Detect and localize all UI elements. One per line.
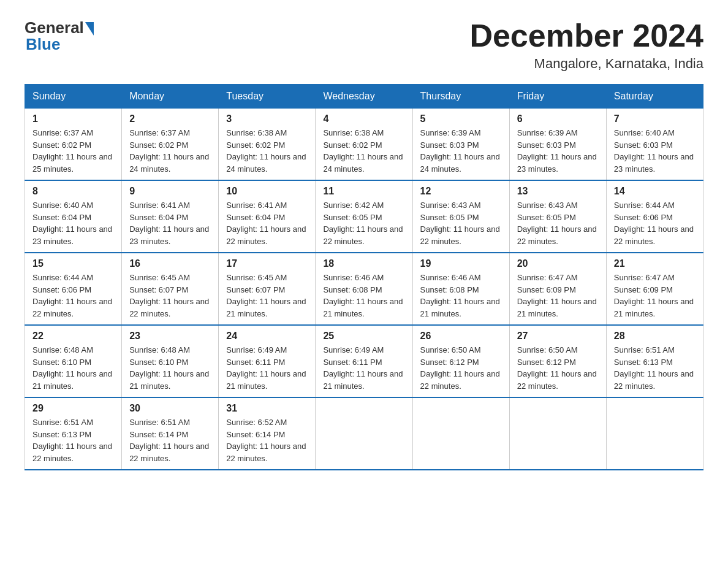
day-number: 20 <box>517 258 599 269</box>
table-row: 21 Sunrise: 6:47 AM Sunset: 6:09 PM Dayl… <box>606 253 703 325</box>
day-number: 1 <box>32 113 114 124</box>
day-info: Sunrise: 6:47 AM Sunset: 6:09 PM Dayligh… <box>517 272 599 320</box>
table-row: 12 Sunrise: 6:43 AM Sunset: 6:05 PM Dayl… <box>412 180 509 253</box>
day-info: Sunrise: 6:38 AM Sunset: 6:02 PM Dayligh… <box>226 127 308 175</box>
day-number: 19 <box>420 258 502 269</box>
day-info: Sunrise: 6:39 AM Sunset: 6:03 PM Dayligh… <box>420 127 502 175</box>
day-number: 29 <box>32 403 114 414</box>
day-number: 15 <box>32 258 114 269</box>
day-number: 2 <box>129 113 211 124</box>
calendar-header-row: Sunday Monday Tuesday Wednesday Thursday… <box>25 85 703 109</box>
day-info: Sunrise: 6:40 AM Sunset: 6:03 PM Dayligh… <box>614 127 696 175</box>
day-info: Sunrise: 6:45 AM Sunset: 6:07 PM Dayligh… <box>226 272 308 320</box>
day-info: Sunrise: 6:48 AM Sunset: 6:10 PM Dayligh… <box>32 344 114 392</box>
day-number: 5 <box>420 113 502 124</box>
table-row: 15 Sunrise: 6:44 AM Sunset: 6:06 PM Dayl… <box>25 253 122 325</box>
col-friday: Friday <box>509 85 606 109</box>
day-number: 16 <box>129 258 211 269</box>
col-thursday: Thursday <box>412 85 509 109</box>
page-header: General Blue December 2024 Mangalore, Ka… <box>25 18 703 72</box>
day-info: Sunrise: 6:48 AM Sunset: 6:10 PM Dayligh… <box>129 344 211 392</box>
day-info: Sunrise: 6:40 AM Sunset: 6:04 PM Dayligh… <box>32 199 114 247</box>
table-row: 7 Sunrise: 6:40 AM Sunset: 6:03 PM Dayli… <box>606 109 703 181</box>
table-row: 27 Sunrise: 6:50 AM Sunset: 6:12 PM Dayl… <box>509 325 606 397</box>
day-info: Sunrise: 6:44 AM Sunset: 6:06 PM Dayligh… <box>32 272 114 320</box>
day-info: Sunrise: 6:46 AM Sunset: 6:08 PM Dayligh… <box>420 272 502 320</box>
table-row <box>509 397 606 470</box>
table-row: 10 Sunrise: 6:41 AM Sunset: 6:04 PM Dayl… <box>219 180 316 253</box>
day-number: 7 <box>614 113 696 124</box>
table-row: 3 Sunrise: 6:38 AM Sunset: 6:02 PM Dayli… <box>219 109 316 181</box>
day-number: 14 <box>614 186 696 197</box>
day-info: Sunrise: 6:51 AM Sunset: 6:13 PM Dayligh… <box>614 344 696 392</box>
day-info: Sunrise: 6:49 AM Sunset: 6:11 PM Dayligh… <box>323 344 404 392</box>
col-tuesday: Tuesday <box>219 85 316 109</box>
col-saturday: Saturday <box>606 85 703 109</box>
table-row: 9 Sunrise: 6:41 AM Sunset: 6:04 PM Dayli… <box>122 180 219 253</box>
calendar-week-row: 22 Sunrise: 6:48 AM Sunset: 6:10 PM Dayl… <box>25 325 703 397</box>
table-row: 28 Sunrise: 6:51 AM Sunset: 6:13 PM Dayl… <box>606 325 703 397</box>
day-info: Sunrise: 6:39 AM Sunset: 6:03 PM Dayligh… <box>517 127 599 175</box>
day-number: 23 <box>129 331 211 342</box>
day-number: 12 <box>420 186 502 197</box>
day-info: Sunrise: 6:45 AM Sunset: 6:07 PM Dayligh… <box>129 272 211 320</box>
day-info: Sunrise: 6:42 AM Sunset: 6:05 PM Dayligh… <box>323 199 404 247</box>
day-info: Sunrise: 6:41 AM Sunset: 6:04 PM Dayligh… <box>226 199 308 247</box>
day-info: Sunrise: 6:51 AM Sunset: 6:14 PM Dayligh… <box>129 416 211 464</box>
table-row: 2 Sunrise: 6:37 AM Sunset: 6:02 PM Dayli… <box>122 109 219 181</box>
calendar-table: Sunday Monday Tuesday Wednesday Thursday… <box>25 84 703 470</box>
table-row <box>606 397 703 470</box>
day-number: 24 <box>226 331 308 342</box>
day-number: 30 <box>129 403 211 414</box>
day-info: Sunrise: 6:43 AM Sunset: 6:05 PM Dayligh… <box>420 199 502 247</box>
logo-blue-text: Blue <box>26 35 60 54</box>
day-number: 26 <box>420 331 502 342</box>
day-number: 4 <box>323 113 404 124</box>
day-number: 10 <box>226 186 308 197</box>
col-monday: Monday <box>122 85 219 109</box>
day-number: 9 <box>129 186 211 197</box>
day-info: Sunrise: 6:37 AM Sunset: 6:02 PM Dayligh… <box>32 127 114 175</box>
table-row: 11 Sunrise: 6:42 AM Sunset: 6:05 PM Dayl… <box>316 180 412 253</box>
day-info: Sunrise: 6:38 AM Sunset: 6:02 PM Dayligh… <box>323 127 404 175</box>
table-row: 17 Sunrise: 6:45 AM Sunset: 6:07 PM Dayl… <box>219 253 316 325</box>
table-row: 30 Sunrise: 6:51 AM Sunset: 6:14 PM Dayl… <box>122 397 219 470</box>
day-number: 3 <box>226 113 308 124</box>
day-number: 22 <box>32 331 114 342</box>
table-row: 8 Sunrise: 6:40 AM Sunset: 6:04 PM Dayli… <box>25 180 122 253</box>
table-row <box>316 397 412 470</box>
calendar-week-row: 8 Sunrise: 6:40 AM Sunset: 6:04 PM Dayli… <box>25 180 703 253</box>
day-info: Sunrise: 6:46 AM Sunset: 6:08 PM Dayligh… <box>323 272 404 320</box>
table-row: 14 Sunrise: 6:44 AM Sunset: 6:06 PM Dayl… <box>606 180 703 253</box>
day-info: Sunrise: 6:47 AM Sunset: 6:09 PM Dayligh… <box>614 272 696 320</box>
day-info: Sunrise: 6:49 AM Sunset: 6:11 PM Dayligh… <box>226 344 308 392</box>
col-wednesday: Wednesday <box>316 85 412 109</box>
day-number: 6 <box>517 113 599 124</box>
day-info: Sunrise: 6:50 AM Sunset: 6:12 PM Dayligh… <box>517 344 599 392</box>
table-row: 22 Sunrise: 6:48 AM Sunset: 6:10 PM Dayl… <box>25 325 122 397</box>
day-number: 17 <box>226 258 308 269</box>
month-title: December 2024 <box>469 18 703 53</box>
day-number: 11 <box>323 186 404 197</box>
table-row: 6 Sunrise: 6:39 AM Sunset: 6:03 PM Dayli… <box>509 109 606 181</box>
day-info: Sunrise: 6:51 AM Sunset: 6:13 PM Dayligh… <box>32 416 114 464</box>
day-number: 27 <box>517 331 599 342</box>
logo-arrow-icon <box>85 22 94 36</box>
table-row: 4 Sunrise: 6:38 AM Sunset: 6:02 PM Dayli… <box>316 109 412 181</box>
title-area: December 2024 Mangalore, Karnataka, Indi… <box>469 18 703 72</box>
table-row: 23 Sunrise: 6:48 AM Sunset: 6:10 PM Dayl… <box>122 325 219 397</box>
day-info: Sunrise: 6:43 AM Sunset: 6:05 PM Dayligh… <box>517 199 599 247</box>
calendar-week-row: 29 Sunrise: 6:51 AM Sunset: 6:13 PM Dayl… <box>25 397 703 470</box>
day-number: 13 <box>517 186 599 197</box>
table-row <box>412 397 509 470</box>
table-row: 19 Sunrise: 6:46 AM Sunset: 6:08 PM Dayl… <box>412 253 509 325</box>
day-info: Sunrise: 6:50 AM Sunset: 6:12 PM Dayligh… <box>420 344 502 392</box>
location-title: Mangalore, Karnataka, India <box>469 56 703 72</box>
table-row: 24 Sunrise: 6:49 AM Sunset: 6:11 PM Dayl… <box>219 325 316 397</box>
day-number: 31 <box>226 403 308 414</box>
day-number: 21 <box>614 258 696 269</box>
col-sunday: Sunday <box>25 85 122 109</box>
calendar-week-row: 15 Sunrise: 6:44 AM Sunset: 6:06 PM Dayl… <box>25 253 703 325</box>
day-number: 28 <box>614 331 696 342</box>
table-row: 1 Sunrise: 6:37 AM Sunset: 6:02 PM Dayli… <box>25 109 122 181</box>
